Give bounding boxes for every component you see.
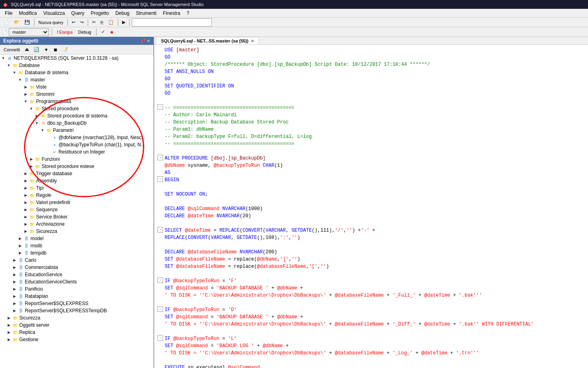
expander-sequenze[interactable]: ▶ [22,206,29,213]
execute-btn[interactable]: ! Esegui [55,28,75,36]
tree-node-funzioni[interactable]: ▶📁Funzioni [0,156,153,163]
expander-database[interactable]: ▼ [6,62,12,69]
expander-servicebroker[interactable]: ▶ [22,214,29,220]
disconnect-btn[interactable]: ⏏ [23,46,31,53]
tree-node-storedprocest[interactable]: ▶📁Stored procedure estese [0,163,153,170]
collapse-btn-26[interactable]: − [157,227,163,233]
parse-btn[interactable]: ✓ [99,28,107,36]
expander-programmabilita[interactable]: ▼ [22,98,29,105]
expander-triggerdb[interactable]: ▶ [22,170,29,177]
expander-sicurezza[interactable]: ▶ [22,228,29,235]
collapse-btn-33[interactable]: − [157,277,163,283]
panel-pin[interactable]: 📌 [140,38,146,44]
tree-node-sequenze[interactable]: ▶📁Sequenze [0,206,153,213]
menu-query[interactable]: Query [68,10,88,17]
collapse-btn-9[interactable]: − [157,104,163,110]
code-content-26[interactable]: SELECT @dateTime = REPLACE(CONVERT(VARCH… [165,227,585,234]
tree-node-valoripred[interactable]: ▶📁Valori predefiniti [0,199,153,206]
code-content-38[interactable]: SET @sqlCommand = 'BACKUP DATABASE ' + @… [165,313,585,321]
tree-node-servicebroker[interactable]: ▶📁Service Broker [0,213,153,220]
expander-carlo[interactable]: ▶ [11,257,18,263]
expander-regole[interactable]: ▶ [22,192,29,198]
tree-node-tipi[interactable]: ▶📁Tipi [0,184,153,192]
code-content-30[interactable]: SET @databaseFileName = replace(@dbName,… [165,256,585,263]
code-content-25[interactable] [165,220,585,227]
tree-node-archiviazione[interactable]: ▶📁Archiviazione [0,220,153,228]
code-content-34[interactable]: SET @sqlCommand = 'BACKUP DATABASE ' + @… [165,285,585,292]
expander-param1[interactable] [45,134,51,141]
expander-valoripred[interactable]: ▶ [22,199,29,206]
code-content-39[interactable]: ' TO DISK = ''C:\Users\Administrator\Dro… [165,321,585,328]
panel-close[interactable]: ✕ [147,38,150,44]
tree-node-dbsistema[interactable]: ▼📁Database di sistema [0,69,153,76]
expander-param2[interactable] [45,142,51,148]
tree-node-ret[interactable]: ↩Restituisce un Integer [0,148,153,156]
paste-btn[interactable]: 📋 [106,18,116,26]
filter-btn[interactable]: ▼ [42,46,50,53]
collapse-btn-37[interactable]: − [157,306,163,312]
refresh-btn[interactable]: 🔄 [32,46,41,53]
code-content-8[interactable] [165,97,585,104]
collapse-btn-19[interactable]: − [157,176,163,182]
code-content-40[interactable] [165,328,585,335]
code-content-11[interactable]: -- Description: Backup Database Stored P… [165,119,585,126]
code-content-7[interactable]: GO [165,90,585,97]
expander-dbo_sp[interactable]: ▼ [34,120,40,126]
expander-panificio[interactable]: ▶ [11,286,18,292]
code-content-20[interactable] [165,184,585,191]
tree-node-regole[interactable]: ▶📁Regole [0,192,153,199]
tree-node-root[interactable]: ▼🖥NET\SQLEXPRESS (SQL Server 11.0.3128 -… [0,55,153,62]
code-content-43[interactable]: ' TO DISK = ''C:\Users\Administrator\Dro… [165,350,585,357]
tree-node-panificio[interactable]: ▶🗄Panificio [0,285,153,293]
tree-node-sicurezza[interactable]: ▶📁Sicurezza [0,228,153,235]
tree-node-triggerdb[interactable]: ▶📁Trigger database [0,170,153,177]
code-content-13[interactable]: -- Param2: backupType F=full, D=differen… [165,133,585,140]
new-query-oe-btn[interactable]: 📝 [60,46,70,53]
tree-node-dbo_sp[interactable]: ▼⚙dbo.sp_BackupDb [0,119,153,127]
database-selector[interactable]: master [9,28,49,36]
menu-visualizza[interactable]: Visualizza [40,10,68,17]
code-content-15[interactable] [165,148,585,155]
expander-root[interactable]: ▼ [0,55,6,61]
tree-node-parametri[interactable]: ▼📁Parametri [0,127,153,134]
code-content-22[interactable] [165,198,585,205]
code-content-6[interactable]: SET QUOTED_IDENTIFIER ON [165,83,585,90]
editor-tab-active[interactable]: SQLQuery6.sql - NET...SS.master (sa (55)… [156,37,259,44]
code-content-2[interactable]: GO [165,54,585,61]
tree-node-assembly[interactable]: ▶📁Assembly [0,177,153,184]
redo-btn[interactable]: ↪ [78,18,86,26]
code-content-9[interactable]: -- =====================================… [165,104,585,111]
expander-commercialista[interactable]: ▶ [11,264,18,271]
expander-ret[interactable] [45,149,51,155]
tree-node-storedprocsis[interactable]: ▶📁Stored procedure di sistema [0,112,153,119]
tree-node-tempdb[interactable]: ▶🗄tempdb [0,249,153,257]
collapse-btn-16[interactable]: − [157,155,163,160]
tree-node-carlo[interactable]: ▶🗄Carlo [0,257,153,264]
cut-btn[interactable]: ✂ [90,18,98,26]
expander-replica[interactable]: ▶ [6,329,12,336]
expander-educationserviceclients[interactable]: ▶ [11,279,18,285]
expander-funzioni[interactable]: ▶ [28,156,34,162]
tree-node-gestione[interactable]: ▶📁Gestione [0,336,153,343]
menu-debug[interactable]: Debug [112,10,133,17]
tree-node-replica[interactable]: ▶📁Replica [0,329,153,336]
code-content-27[interactable]: REPLACE(CONVERT(VARCHAR, GETDATE(),108),… [165,234,585,241]
code-content-33[interactable]: IF @backupTypeToRun = 'F' [165,277,585,285]
tree-node-param1[interactable]: 🔹@dbName (nvarchar(128), Input, Nesc... [0,134,153,141]
expander-sicurezza2[interactable]: ▶ [6,315,12,321]
open-btn[interactable]: 📂 [12,18,22,26]
code-content-41[interactable]: IF @backupTypeToRun = 'L' [165,335,585,342]
expander-tempdb[interactable]: ▶ [17,250,23,256]
code-content-1[interactable]: USE [master] [165,47,585,54]
menu-help[interactable]: ? [183,10,193,17]
code-content-42[interactable]: SET @sqlCommand = 'BACKUP LOG ' + @dbNam… [165,342,585,350]
code-content-28[interactable] [165,241,585,249]
expander-storedproc[interactable]: ▼ [28,105,34,112]
code-content-32[interactable] [165,270,585,277]
expander-archiviazione[interactable]: ▶ [22,221,29,227]
search-input[interactable] [132,18,212,26]
expander-parametri[interactable]: ▼ [39,127,46,133]
code-content-35[interactable]: ' TO DISK = ''C:\Users\Administrator\Dro… [165,292,585,299]
expander-reportservertemp[interactable]: ▶ [11,307,18,314]
menu-strumenti[interactable]: Strumenti [133,10,159,17]
